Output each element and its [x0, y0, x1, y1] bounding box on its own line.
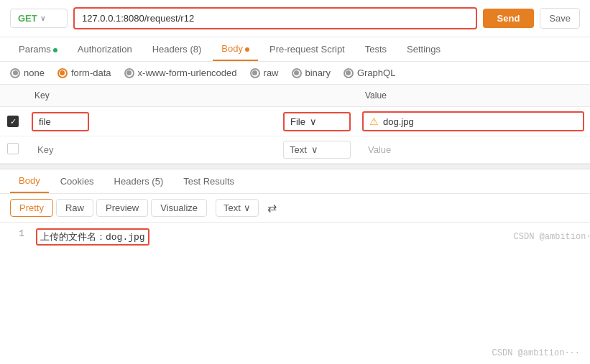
row2-value-text: Value: [362, 141, 397, 158]
visualize-button[interactable]: Visualize: [151, 199, 207, 217]
row2-type-label: Text: [290, 144, 307, 155]
row1-type-chevron-icon: ∨: [310, 116, 317, 127]
resp-tab-body[interactable]: Body: [10, 169, 49, 193]
row2-key-input[interactable]: [32, 141, 175, 158]
tab-tests[interactable]: Tests: [356, 38, 395, 60]
radio-none-circle: [10, 68, 20, 78]
radio-formdata[interactable]: form-data: [57, 67, 111, 78]
method-select[interactable]: GET ∨: [10, 9, 68, 28]
text-format-dropdown[interactable]: Text ∨: [216, 199, 259, 217]
row2-value-cell: Value: [356, 136, 590, 164]
url-bar: GET ∨ Send Save: [0, 0, 590, 37]
params-dot: [53, 48, 57, 52]
raw-button[interactable]: Raw: [56, 199, 93, 217]
row2-type-chevron-icon: ∨: [311, 144, 318, 155]
row2-checkbox[interactable]: [7, 143, 19, 154]
row1-value-container: ⚠ dog.jpg: [362, 111, 584, 131]
send-button[interactable]: Send: [483, 9, 535, 28]
row2-type-cell: Text ∨: [277, 136, 356, 164]
radio-raw-circle: [250, 68, 260, 78]
wrap-lines-icon: ⇄: [267, 201, 277, 215]
text-format-label: Text: [223, 202, 241, 213]
response-body: 1 上传的文件名：dog.jpg CSDN @ambition··· CSDN …: [0, 223, 590, 251]
row1-value-text: dog.jpg: [383, 116, 414, 127]
request-tabs: Params Authorization Headers (8) Body Pr…: [0, 37, 590, 62]
resp-tab-headers[interactable]: Headers (5): [106, 170, 172, 192]
row1-type-cell: File ∨: [277, 107, 356, 136]
tab-body[interactable]: Body: [213, 37, 258, 61]
radio-formdata-circle: [57, 68, 68, 78]
form-data-table: Key Value File ∨ ⚠ dog.jpg: [0, 85, 590, 164]
col-value-header: Value: [356, 85, 590, 107]
response-content-highlight: 上传的文件名：dog.jpg: [36, 228, 149, 246]
row1-key-input[interactable]: [32, 112, 89, 131]
radio-none[interactable]: none: [10, 67, 45, 78]
col-type-header: [277, 85, 356, 107]
row1-warning-icon: ⚠: [369, 116, 379, 127]
radio-binary[interactable]: binary: [292, 67, 331, 78]
radio-urlencoded-circle: [124, 68, 134, 78]
col-checkbox-header: [0, 85, 26, 107]
row2-key-cell: [26, 136, 277, 164]
method-chevron-icon: ∨: [40, 14, 45, 22]
table-row: File ∨ ⚠ dog.jpg: [0, 107, 590, 136]
row1-key-cell: [26, 107, 277, 136]
body-dot: [245, 47, 249, 52]
resp-tab-cookies[interactable]: Cookies: [52, 170, 103, 192]
url-input[interactable]: [73, 7, 477, 29]
code-content: 上传的文件名：dog.jpg CSDN @ambition···: [36, 228, 580, 246]
save-button[interactable]: Save: [540, 8, 580, 29]
response-toolbar: Pretty Raw Preview Visualize Text ∨ ⇄: [0, 194, 590, 223]
row1-checkbox-cell[interactable]: [0, 107, 26, 136]
section-divider: [0, 164, 590, 169]
body-type-row: none form-data x-www-form-urlencoded raw…: [0, 62, 590, 85]
radio-graphql-circle: [344, 68, 354, 78]
tab-params[interactable]: Params: [10, 38, 66, 60]
response-tabs: Body Cookies Headers (5) Test Results: [0, 169, 590, 194]
resp-tab-testresults[interactable]: Test Results: [175, 170, 243, 192]
row2-type-select[interactable]: Text ∨: [283, 141, 351, 159]
row1-value-cell: ⚠ dog.jpg: [356, 107, 590, 136]
watermark-abs: CSDN @ambition···: [492, 348, 580, 358]
preview-button[interactable]: Preview: [96, 199, 148, 217]
text-format-chevron-icon: ∨: [244, 202, 251, 213]
table-row: Text ∨ Value: [0, 136, 590, 164]
pretty-button[interactable]: Pretty: [10, 199, 53, 217]
tab-authorization[interactable]: Authorization: [69, 38, 141, 60]
row1-type-select[interactable]: File ∨: [283, 112, 351, 131]
method-label: GET: [18, 13, 37, 24]
radio-graphql[interactable]: GraphQL: [344, 67, 395, 78]
radio-raw[interactable]: raw: [250, 67, 279, 78]
response-line-1: 上传的文件名：dog.jpg CSDN @ambition···: [36, 228, 580, 246]
tab-prerequest[interactable]: Pre-request Script: [261, 38, 354, 60]
wrap-icon[interactable]: ⇄: [262, 198, 282, 218]
tab-headers[interactable]: Headers (8): [144, 38, 211, 60]
col-key-header: Key: [26, 85, 277, 107]
radio-binary-circle: [292, 68, 302, 78]
row1-type-label: File: [290, 116, 305, 127]
radio-urlencoded[interactable]: x-www-form-urlencoded: [124, 67, 237, 78]
row1-checkbox[interactable]: [7, 116, 19, 127]
row2-checkbox-cell[interactable]: [0, 136, 26, 164]
watermark: CSDN @ambition···: [514, 232, 590, 242]
tab-settings[interactable]: Settings: [398, 38, 449, 60]
line-numbers: 1: [10, 228, 24, 246]
